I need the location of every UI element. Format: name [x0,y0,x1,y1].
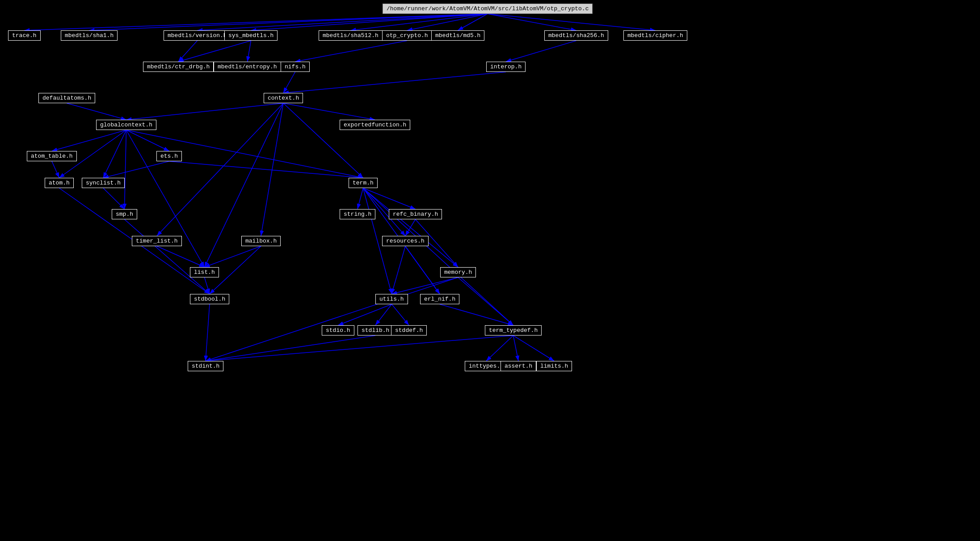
node-globalcontext_h: globalcontext.h [96,120,156,130]
node-stdio_h: stdio.h [322,325,354,336]
svg-line-64 [157,103,283,236]
svg-line-21 [67,103,126,120]
svg-line-34 [363,188,416,209]
svg-line-2 [89,14,488,30]
node-mbedtls_ctr_drbg_h: mbedtls/ctr_drbg.h [143,62,214,72]
svg-line-57 [392,277,458,294]
svg-line-49 [375,304,392,325]
svg-line-20 [261,103,283,236]
svg-line-47 [205,277,210,294]
svg-line-60 [206,336,375,361]
svg-line-32 [125,219,210,294]
svg-line-14 [506,41,576,62]
dependency-arrows [0,0,980,541]
node-assert_h: assert.h [501,361,536,371]
svg-line-6 [407,14,488,30]
svg-line-42 [405,246,440,294]
node-stddef_h: stddef.h [391,325,427,336]
svg-line-13 [295,41,408,62]
svg-line-12 [178,41,251,62]
svg-line-3 [198,14,488,30]
node-mbedtls_sha512_h: mbedtls/sha512.h [319,30,383,41]
node-root: /home/runner/work/AtomVM/AtomVM/src/libA… [383,4,593,14]
svg-line-15 [283,72,295,93]
node-stdbool_h: stdbool.h [190,294,229,304]
node-mbedtls_entropy_h: mbedtls/entropy.h [214,62,281,72]
node-synclist_h: synclist.h [82,178,125,188]
node-mailbox_h: mailbox.h [241,236,281,246]
svg-line-43 [392,246,406,294]
svg-line-53 [206,336,513,361]
node-timer_list_h: timer_list.h [132,236,182,246]
svg-line-27 [52,161,59,178]
node-defaultatoms_h: defaultatoms.h [38,93,95,103]
node-atom_h: atom.h [45,178,74,188]
node-stdlib_h: stdlib.h [358,325,393,336]
node-ets_h: ets.h [156,151,182,161]
svg-line-17 [283,103,375,120]
svg-line-45 [205,246,261,267]
svg-line-16 [283,72,506,93]
node-mbedtls_cipher_h: mbedtls/cipher.h [623,30,687,41]
svg-line-9 [488,14,656,30]
svg-line-52 [206,304,210,361]
svg-line-22 [52,130,126,151]
node-otp_crypto_h: otp_crypto.h [382,30,432,41]
svg-line-62 [125,130,126,209]
graph-container: /home/runner/work/AtomVM/AtomVM/src/libA… [0,0,980,541]
svg-line-11 [248,41,251,62]
svg-line-48 [338,304,392,325]
svg-line-50 [392,304,409,325]
node-context_h: context.h [264,93,303,103]
svg-line-5 [351,14,488,30]
svg-line-18 [126,103,284,120]
svg-line-51 [440,304,513,325]
node-utils_h: utils.h [375,294,408,304]
node-string_h: string.h [340,209,375,219]
svg-line-29 [103,161,169,178]
svg-line-10 [178,41,198,62]
svg-line-23 [126,130,169,151]
svg-line-58 [458,277,513,325]
node-resources_h: resources.h [382,236,429,246]
node-memory_h: memory.h [440,267,476,277]
node-mbedtls_md5_h: mbedtls/md5.h [431,30,484,41]
svg-line-4 [251,14,488,30]
node-smp_h: smp.h [112,209,137,219]
node-list_h: list.h [190,267,219,277]
svg-line-19 [283,103,363,178]
node-interop_h: interop.h [486,62,526,72]
node-sys_mbedtls_h: sys_mbedtls.h [224,30,278,41]
node-mbedtls_sha1_h: mbedtls/sha1.h [61,30,118,41]
svg-line-56 [513,336,555,361]
svg-line-44 [157,246,205,267]
node-mbedtls_version_h: mbedtls/version.h [164,30,231,41]
node-mbedtls_sha256_h: mbedtls/sha256.h [544,30,608,41]
svg-line-8 [488,14,576,30]
node-limits_h: limits.h [536,361,572,371]
svg-line-1 [25,14,488,30]
svg-line-24 [103,130,126,178]
node-trace_h: trace.h [8,30,41,41]
node-erl_nif_h: erl_nif.h [420,294,459,304]
svg-line-30 [169,161,363,178]
node-refc_binary_h: refc_binary.h [389,209,442,219]
svg-line-36 [363,188,458,267]
svg-line-55 [513,336,519,361]
svg-line-40 [405,219,416,236]
node-term_h: term.h [349,178,378,188]
svg-line-54 [486,336,513,361]
node-stdint_h: stdint.h [188,361,223,371]
node-atom_table_h: atom_table.h [27,151,77,161]
svg-line-59 [206,277,458,361]
svg-line-31 [103,188,125,209]
svg-line-7 [458,14,488,30]
node-nifs_h: nifs.h [281,62,310,72]
node-term_typedef_h: term_typedef.h [485,325,542,336]
node-exportedfunction_h: exportedfunction.h [340,120,410,130]
svg-line-33 [358,188,363,209]
